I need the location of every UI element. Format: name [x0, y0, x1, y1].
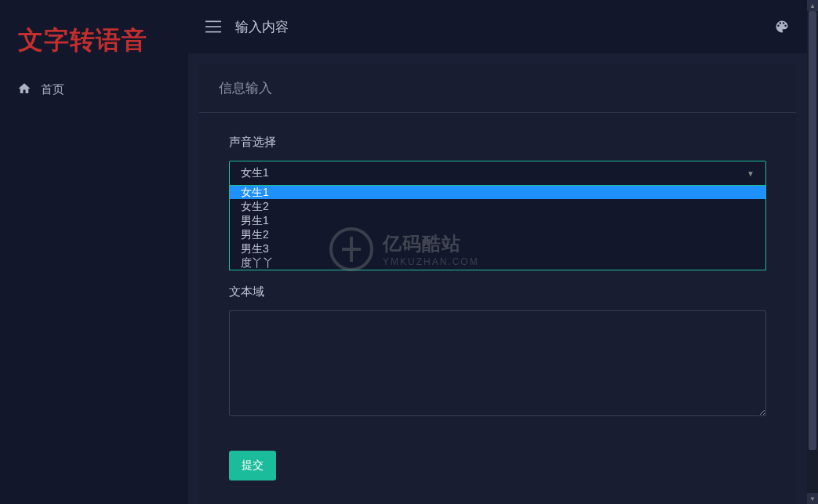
- voice-option[interactable]: 男生1: [230, 213, 765, 227]
- sidebar-item-label: 首页: [41, 82, 64, 97]
- sidebar-item-home[interactable]: 首页: [0, 74, 188, 106]
- card-header: 信息输入: [199, 64, 796, 113]
- chevron-down-icon: ▼: [747, 169, 754, 178]
- menu-toggle-icon[interactable]: [205, 20, 221, 33]
- textarea-label: 文本域: [229, 285, 766, 299]
- scroll-down-icon[interactable]: ▼: [807, 493, 818, 504]
- app-logo: 文字转语音: [0, 0, 188, 74]
- voice-option[interactable]: 男生3: [230, 241, 765, 256]
- scrollbar-thumb[interactable]: [809, 11, 816, 450]
- main-content: 输入内容 信息输入 声音选择 女生1 ▼: [188, 0, 807, 504]
- submit-button[interactable]: 提交: [229, 451, 276, 480]
- voice-select[interactable]: 女生1 ▼: [229, 161, 766, 186]
- content-textarea[interactable]: [229, 310, 766, 416]
- input-card: 信息输入 声音选择 女生1 ▼ 女生1 女生2: [199, 64, 796, 504]
- home-icon: [17, 82, 31, 98]
- voice-select-value: 女生1: [241, 166, 269, 180]
- page-title: 输入内容: [235, 18, 289, 36]
- topbar: 输入内容: [188, 0, 807, 53]
- theme-palette-icon[interactable]: [774, 19, 790, 34]
- voice-dropdown: 女生1 女生2 男生1 男生2 男生3 度丫丫: [229, 185, 766, 270]
- scroll-up-icon[interactable]: ▲: [807, 0, 818, 11]
- vertical-scrollbar[interactable]: ▲ ▼: [807, 0, 818, 504]
- voice-option[interactable]: 女生2: [230, 199, 765, 213]
- voice-select-label: 声音选择: [229, 135, 766, 150]
- voice-option[interactable]: 男生2: [230, 227, 765, 241]
- voice-option[interactable]: 度丫丫: [230, 256, 765, 270]
- voice-option[interactable]: 女生1: [230, 185, 765, 199]
- sidebar: 文字转语音 首页: [0, 0, 188, 504]
